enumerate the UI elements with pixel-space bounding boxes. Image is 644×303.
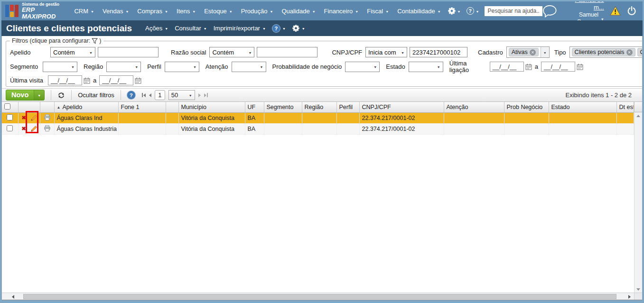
column-header-cnpj[interactable]: CNPJ/CPF <box>359 102 444 112</box>
page-size-select[interactable]: 50 ▼ <box>168 90 195 100</box>
scroll-left-arrow[interactable] <box>12 295 14 299</box>
cell-fone1 <box>118 112 166 123</box>
scrollbar-thumb[interactable] <box>23 294 616 299</box>
column-header-perfil[interactable]: Perfil <box>336 102 359 112</box>
help-search-input[interactable] <box>485 6 542 16</box>
segmento-select[interactable]: ▼ <box>43 62 77 72</box>
nav-menu-financeiro[interactable]: Financeiro▼ <box>320 8 363 15</box>
nav-settings-button[interactable]: ▼ <box>445 7 464 15</box>
razao-operator-select[interactable]: Contém ▼ <box>209 47 254 57</box>
razao-social-input[interactable] <box>257 47 317 57</box>
print-icon <box>44 125 51 132</box>
apelido-operator-select[interactable]: Contém ▼ <box>50 47 95 57</box>
first-page-button[interactable] <box>142 93 146 97</box>
page-number-input[interactable]: 1 <box>155 90 165 100</box>
prob-negocio-select[interactable]: ▼ <box>345 62 380 72</box>
delete-row-icon[interactable]: ✖ <box>22 126 26 132</box>
nav-menu-qualidade[interactable]: Qualidade▼ <box>277 8 319 15</box>
scroll-down-arrow[interactable] <box>636 288 640 291</box>
nav-menu-compras[interactable]: Compras▼ <box>133 8 172 15</box>
help-icon: ? <box>467 7 474 15</box>
cell-atencao <box>444 112 504 123</box>
chevron-down-icon: ▼ <box>189 94 192 97</box>
segmento-label: Segmento <box>10 63 39 70</box>
grid-help-button[interactable]: ? <box>123 91 139 99</box>
brand-logo[interactable]: Sistema de gestão ERP MAXIPROD <box>5 2 62 20</box>
cell-regiao <box>302 112 336 123</box>
last-page-button[interactable] <box>204 93 208 97</box>
ultima-visita-to-input[interactable]: __/__/__ <box>99 75 133 85</box>
warning-icon[interactable] <box>610 5 621 17</box>
column-header-apelido[interactable]: ▲Apelido <box>54 102 118 112</box>
chevron-down-icon: ▼ <box>601 18 604 21</box>
regiao-select[interactable]: ▼ <box>106 62 141 72</box>
column-header-atencao[interactable]: Atenção <box>444 102 504 112</box>
filter-tag: Clientes potenciais × <box>572 48 635 56</box>
column-header-dt-est[interactable]: Dt est <box>616 102 634 112</box>
nav-menu-contabilidade[interactable]: Contabilidade▼ <box>393 8 445 15</box>
remove-tag-icon[interactable]: × <box>530 49 536 55</box>
vertical-scrollbar[interactable] <box>634 113 642 293</box>
first-page-icon <box>143 93 146 97</box>
table-row[interactable]: ✖ <box>2 123 634 134</box>
table-row[interactable]: ✖ <box>2 112 634 123</box>
logout-power-icon[interactable] <box>626 5 637 17</box>
estado-select[interactable]: ▼ <box>409 62 443 72</box>
column-header-uf[interactable]: UF <box>245 102 264 112</box>
nav-menu-vendas[interactable]: Vendas▼ <box>98 8 133 15</box>
atencao-select[interactable]: ▼ <box>232 62 266 72</box>
select-all-checkbox[interactable] <box>4 103 10 110</box>
cnpj-input[interactable] <box>410 47 467 57</box>
hide-filters-button[interactable]: Ocultar filtros <box>74 92 118 99</box>
page-settings-button[interactable]: ▼ <box>292 25 305 32</box>
cell-dt-est <box>616 123 634 134</box>
row-checkbox[interactable] <box>7 114 13 120</box>
ultima-ligacao-to-input[interactable]: __/__/__ <box>541 62 575 72</box>
scroll-right-arrow[interactable] <box>628 295 631 299</box>
nav-menu-fiscal[interactable]: Fiscal▼ <box>363 8 393 15</box>
cell-segmento <box>264 123 302 134</box>
nav-menu-crm[interactable]: CRM▼ <box>70 8 98 15</box>
chevron-down-icon: ▼ <box>91 10 94 13</box>
nav-menu-producao[interactable]: Produção▼ <box>237 8 278 15</box>
imprimir-exportar-menu[interactable]: Imprimir/exportar▼ <box>214 25 266 32</box>
column-header-prob-negocio[interactable]: Prob Negócio <box>504 102 549 112</box>
row-checkbox[interactable] <box>7 125 13 131</box>
column-header-municipio[interactable]: Município <box>178 102 245 112</box>
chat-bubble-icon[interactable] <box>542 4 557 18</box>
perfil-select[interactable]: ▼ <box>165 62 199 72</box>
remove-tag-icon[interactable]: × <box>626 49 633 55</box>
apelido-label: Apelido <box>10 49 47 56</box>
cnpj-operator-select[interactable]: Inicia com ▼ <box>365 47 407 57</box>
nav-menu-itens[interactable]: Itens▼ <box>172 8 200 15</box>
column-header-regiao[interactable]: Região <box>302 102 336 112</box>
nav-menu-estoque[interactable]: Estoque▼ <box>200 8 237 15</box>
prev-page-button[interactable] <box>149 93 151 97</box>
nav-help-button[interactable]: ? ▼ <box>464 7 482 15</box>
refresh-icon <box>57 92 65 99</box>
scroll-up-arrow[interactable] <box>636 115 640 117</box>
horizontal-scrollbar[interactable] <box>2 293 642 300</box>
column-header-segmento[interactable]: Segmento <box>264 102 302 112</box>
company-link[interactable]: Fábrica de m... <box>563 0 604 11</box>
novo-button[interactable]: Novo ▼ <box>6 90 45 101</box>
filters-legend: Filtros (clique para configurar: <box>12 37 90 44</box>
acoes-menu[interactable]: Ações▼ <box>145 25 168 32</box>
column-header-estado[interactable]: Estado <box>549 102 616 112</box>
refresh-button[interactable] <box>54 92 69 99</box>
delete-row-icon[interactable]: ✖ <box>22 115 26 121</box>
page-help-button[interactable]: ? ▼ <box>272 25 286 32</box>
cell-atencao <box>444 123 504 134</box>
novo-dropdown-caret[interactable]: ▼ <box>34 90 44 100</box>
cadastro-multiselect[interactable]: Ativas × ▼ <box>506 46 550 58</box>
column-header-fone1[interactable]: Fone 1 <box>118 102 166 112</box>
cell-municipio: Vitória da Conquista <box>178 112 245 123</box>
tipo-multiselect[interactable]: Clientes potenciais × Clientes × ▼ <box>569 46 642 58</box>
ultima-ligacao-from-input[interactable]: __/__/__ <box>490 62 524 72</box>
next-page-button[interactable] <box>198 93 201 97</box>
filter-funnel-icon[interactable] <box>92 38 98 44</box>
ultima-visita-from-input[interactable]: __/__/__ <box>48 75 82 85</box>
consultar-menu[interactable]: Consultar▼ <box>175 25 207 32</box>
filter-tag: Clientes × <box>637 48 642 56</box>
apelido-input[interactable] <box>98 47 159 57</box>
